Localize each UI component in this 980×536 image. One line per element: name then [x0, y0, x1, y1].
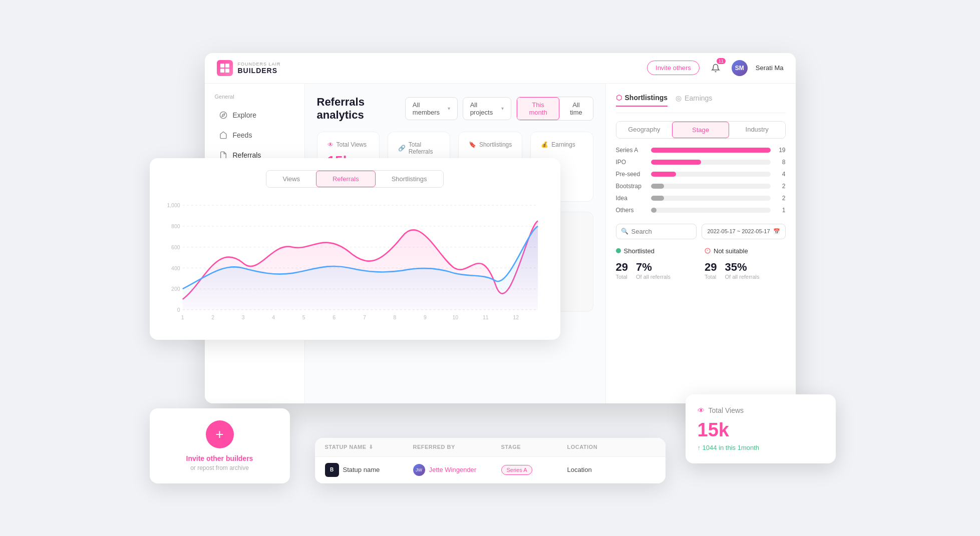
shortlisted-card: Shortlisted 29 Total 7% Of all referrals	[616, 247, 697, 280]
bar-fill-others	[651, 208, 657, 213]
sidebar-label-explore: Explore	[233, 111, 256, 119]
shortlisted-pct-label: Of all referrals	[636, 274, 671, 280]
svg-text:0: 0	[177, 307, 180, 313]
chevron-down-icon: ▾	[448, 106, 450, 111]
table-cell-stage: Series A	[501, 465, 567, 475]
members-filter-label: All members	[413, 101, 444, 116]
bar-row-idea: Idea 2	[616, 195, 786, 202]
company-logo: B	[325, 463, 339, 477]
svg-text:7: 7	[363, 314, 366, 320]
all-time-button[interactable]: All time	[559, 98, 592, 120]
panel-tab-earnings[interactable]: ◎ Earnings	[676, 94, 712, 107]
logo-icon	[217, 60, 233, 76]
date-picker[interactable]: 2022-05-17 ~ 2022-05-17 📅	[702, 224, 785, 239]
shortlisted-total-label: Total	[616, 274, 628, 280]
logo-sq-2	[225, 64, 229, 68]
right-panel: ⬡ Shortlistings ◎ Earnings Geography Sta…	[605, 84, 796, 403]
bar-value-others: 1	[776, 207, 786, 214]
link-icon: 🔗	[398, 145, 406, 152]
chart-area: 1,000 800 600 400 200 0	[162, 198, 548, 328]
header-right: Invite others 11 SM Serati Ma	[647, 60, 783, 76]
svg-text:200: 200	[171, 286, 180, 292]
shortlisted-dot	[616, 248, 621, 253]
svg-text:800: 800	[171, 224, 180, 229]
bar-fill-pre-seed	[651, 172, 676, 177]
chart-card: Views Referrals Shortlistings 1,000 800 …	[150, 158, 560, 340]
svg-text:5: 5	[302, 314, 305, 320]
filter-area: All members ▾ All projects ▾ This month …	[405, 97, 593, 121]
table-cell-location: Location	[567, 466, 656, 473]
stat-label-views: 👁 Total Views	[328, 141, 369, 148]
shortlisted-pct-num: 7%	[636, 261, 671, 274]
notification-badge: 11	[717, 58, 726, 64]
bar-row-pre-seed: Pre-seed 4	[616, 171, 786, 178]
svg-text:10: 10	[452, 314, 458, 320]
bar-value-ipo: 8	[776, 159, 786, 166]
table-header-row: STATUP NAME ⬇ REFERRED BY STAGE LOCATION	[315, 438, 666, 457]
this-month-button[interactable]: This month	[517, 97, 560, 120]
bar-value-pre-seed: 4	[776, 171, 786, 178]
notifications-button[interactable]: 11	[708, 60, 724, 76]
not-suitable-label: Not suitable	[714, 247, 748, 255]
bookmark-icon: 🔖	[469, 141, 476, 148]
bar-value-bootstrap: 2	[776, 183, 786, 190]
invite-title: Invite other builders	[186, 454, 253, 462]
panel-tab-shortlistings[interactable]: ⬡ Shortlistings	[616, 94, 668, 107]
bar-label-series-a: Series A	[616, 147, 646, 154]
plus-icon: +	[215, 426, 223, 442]
bar-value-series-a: 19	[776, 147, 786, 154]
bar-fill-idea	[651, 196, 664, 201]
not-suitable-stats: 29 Total 35% Of all referrals	[705, 261, 786, 280]
members-filter[interactable]: All members ▾	[405, 97, 458, 120]
svg-text:6: 6	[333, 314, 336, 320]
invite-others-button[interactable]: Invite others	[647, 61, 700, 75]
bar-row-ipo: IPO 8	[616, 159, 786, 166]
bar-label-ipo: IPO	[616, 159, 646, 166]
bar-row-bootstrap: Bootstrap 2	[616, 183, 786, 190]
shortlisted-total-num: 29	[616, 261, 628, 274]
chart-tab-shortlistings[interactable]: Shortlistings	[376, 171, 443, 187]
search-icon: 🔍	[621, 228, 628, 235]
chart-tab-views[interactable]: Views	[266, 171, 315, 187]
bar-fill-ipo	[651, 160, 701, 165]
views-label-text: Total Views	[709, 406, 744, 414]
svg-text:4: 4	[272, 314, 275, 320]
svg-marker-1	[222, 114, 225, 117]
col-header-name: STATUP NAME ⬇	[325, 444, 413, 450]
svg-text:1: 1	[181, 314, 184, 320]
page-header: Referrals analytics All members ▾ All pr…	[317, 96, 593, 122]
projects-filter-label: All projects	[470, 101, 497, 116]
views-card: 👁 Total Views 15k ↑ 1044 in this 1month	[686, 394, 836, 463]
svg-text:600: 600	[171, 244, 180, 250]
sidebar-item-feeds[interactable]: Feeds	[209, 126, 300, 145]
dollar-icon: 💰	[541, 141, 548, 148]
shortlisted-pct-stat: 7% Of all referrals	[636, 261, 671, 280]
not-suitable-header: Not suitable	[705, 247, 786, 255]
svg-text:3: 3	[241, 314, 244, 320]
shortlisted-label: Shortlisted	[624, 247, 655, 255]
referrer-name[interactable]: Jette Wingender	[429, 466, 477, 473]
not-suitable-total-label: Total	[705, 274, 717, 280]
not-suitable-total-num: 29	[705, 261, 717, 274]
bar-row-others: Others 1	[616, 207, 786, 214]
search-date-row: 🔍 2022-05-17 ~ 2022-05-17 📅	[616, 224, 786, 239]
avatar: SM	[732, 60, 748, 76]
industry-tab[interactable]: Industry	[729, 122, 785, 138]
col-header-stage: STAGE	[501, 444, 567, 450]
projects-filter[interactable]: All projects ▾	[463, 97, 511, 120]
geography-tab[interactable]: Geography	[616, 122, 673, 138]
bar-value-idea: 2	[776, 195, 786, 202]
svg-point-0	[220, 112, 226, 118]
stage-tab[interactable]: Stage	[672, 122, 729, 138]
invite-plus-icon[interactable]: +	[206, 420, 234, 448]
date-range-text: 2022-05-17 ~ 2022-05-17	[707, 228, 770, 234]
bar-label-bootstrap: Bootstrap	[616, 183, 646, 190]
table-cell-referrer: JW Jette Wingender	[413, 464, 501, 476]
shortlisted-stats: 29 Total 7% Of all referrals	[616, 261, 697, 280]
svg-text:12: 12	[513, 314, 519, 320]
sidebar-item-explore[interactable]: Explore	[209, 106, 300, 125]
not-suitable-card: Not suitable 29 Total 35% Of all referra…	[705, 247, 786, 280]
earnings-icon: ◎	[676, 94, 682, 102]
calendar-icon: 📅	[773, 228, 780, 235]
chart-tab-referrals[interactable]: Referrals	[316, 171, 376, 187]
